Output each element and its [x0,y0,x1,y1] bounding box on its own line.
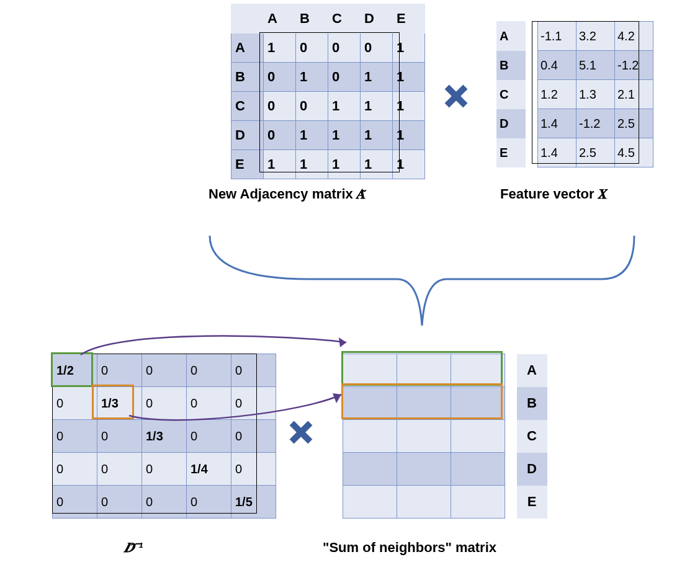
adj-cell: 1 [393,33,425,63]
featX-cell: 1.3 [577,80,615,109]
sumN-cell [451,486,505,519]
featX-row-E: E [497,138,526,167]
sum-label: B [517,387,547,420]
adj-cell: 0 [264,63,296,92]
dinv-cell: 1/4 [187,453,231,486]
featX-cell: -1.1 [538,22,577,51]
featX-cell: 1.4 [538,109,577,138]
adj-cell: 0 [328,63,361,92]
featX-cell: 0.4 [538,51,577,80]
sumN-cell [397,486,451,519]
featX-cell: 1.2 [538,80,577,109]
sumN-cell [451,420,505,453]
sum-label: C [517,420,547,453]
sumN-cell [343,486,397,519]
sum-label: A [517,354,547,387]
adjacency-matrix: A B C D E A 1 0 0 0 1 B 0 1 0 1 1 C 0 0 … [231,4,425,179]
adj-col-D: D [361,4,393,33]
featX-cell: 2.5 [577,138,615,167]
featX-cell: 2.1 [615,80,653,109]
brace-icon [205,223,639,331]
featX-cell: 2.5 [615,109,653,138]
dinv-cell: 1/5 [231,486,276,519]
adj-col-E: E [393,4,425,33]
adj-cell: 1 [361,150,393,179]
adj-cell: 1 [328,121,361,150]
dinv-cell: 0 [53,420,97,453]
sumN-cell [343,453,397,486]
adj-cell: 0 [264,121,296,150]
sum-label: E [517,486,547,519]
dinv-cell: 0 [97,486,142,519]
dinv-cell: 0 [53,486,97,519]
featX-cell: 4.2 [615,22,653,51]
adj-cell: 0 [328,33,361,63]
svg-marker-5 [339,337,346,347]
adj-cell: 1 [296,121,328,150]
sum-label: D [517,453,547,486]
featX-row-D: D [497,109,526,138]
dinv-cell: 0 [53,387,97,420]
adj-cell: 1 [296,150,328,179]
adj-cell: 1 [361,92,393,121]
adj-cell: 1 [393,63,425,92]
featX-cell: 5.1 [577,51,615,80]
adj-cell: 1 [296,63,328,92]
featureX-caption: Feature vector 𝑿 [500,186,608,202]
arrow-orange [118,378,366,437]
multiply-icon [441,81,472,112]
sumN-cell [451,453,505,486]
dinv-cell: 0 [97,453,142,486]
feature-vector-x: A -1.1 3.2 4.2 B 0.4 5.1 -1.2 C 1.2 1.3 … [496,21,653,167]
adj-cell: 0 [296,92,328,121]
adj-col-B: B [296,4,328,33]
sumN-caption: "Sum of neighbors" matrix [323,540,496,556]
adjacency-caption: New Adjacency matrix 𝑨̃ [209,186,366,202]
adj-cell: 0 [361,33,393,63]
adj-cell: 1 [393,150,425,179]
adj-cell: 1 [328,150,361,179]
adj-cell: 1 [393,92,425,121]
adj-cell: 0 [296,33,328,63]
dinv-cell: 0 [142,486,187,519]
featX-cell: 1.4 [538,138,577,167]
featX-row-C: C [497,80,526,109]
adj-cell: 1 [328,92,361,121]
adj-cell: 1 [264,150,296,179]
featX-row-A: A [497,22,526,51]
adj-col-A: A [264,4,296,33]
sumN-cell [397,420,451,453]
adj-cell: 1 [264,33,296,63]
dinv-cell: 0 [187,486,231,519]
featX-cell: -1.2 [615,51,653,80]
sum-label-column: A B C D E [516,354,547,519]
adj-cell: 1 [361,63,393,92]
adj-cell: 0 [264,92,296,121]
adj-row-A: A [231,33,264,63]
dinv-cell: 0 [142,453,187,486]
dinv-caption: 𝑫̃⁻¹ [124,540,143,556]
adj-row-E: E [231,150,264,179]
featX-row-B: B [497,51,526,80]
sumN-cell [397,453,451,486]
featX-cell: 4.5 [615,138,653,167]
featX-cell: -1.2 [577,109,615,138]
adj-row-D: D [231,121,264,150]
adj-col-C: C [328,4,361,33]
adj-row-B: B [231,63,264,92]
dinv-cell: 0 [53,453,97,486]
featX-cell: 3.2 [577,22,615,51]
arrow-green [68,329,366,381]
adj-cell: 1 [393,121,425,150]
adj-row-C: C [231,92,264,121]
adj-cell: 1 [361,121,393,150]
dinv-cell: 0 [231,453,276,486]
